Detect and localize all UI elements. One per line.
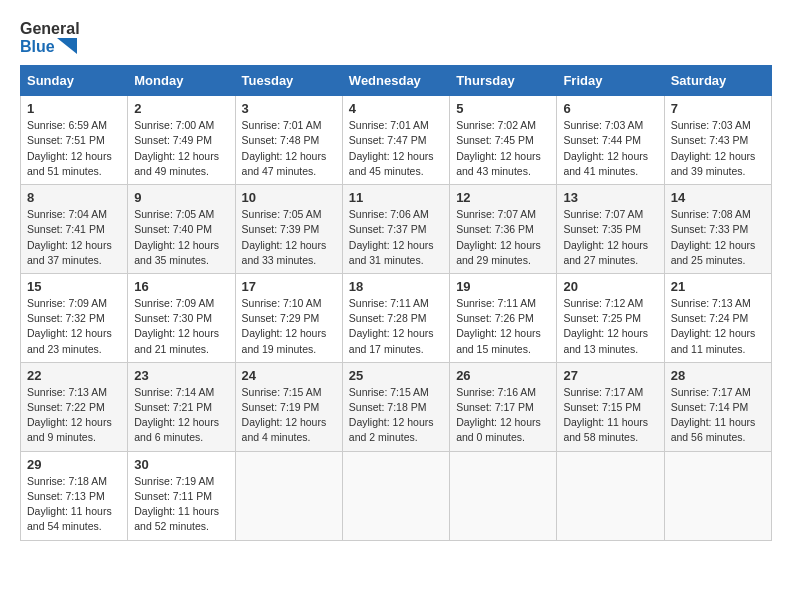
day-info: Sunrise: 7:01 AM Sunset: 7:48 PM Dayligh… bbox=[242, 118, 336, 179]
day-info: Sunrise: 7:12 AM Sunset: 7:25 PM Dayligh… bbox=[563, 296, 657, 357]
day-info: Sunrise: 7:01 AM Sunset: 7:47 PM Dayligh… bbox=[349, 118, 443, 179]
col-header-wednesday: Wednesday bbox=[342, 66, 449, 96]
day-cell: 23Sunrise: 7:14 AM Sunset: 7:21 PM Dayli… bbox=[128, 362, 235, 451]
week-row-2: 8Sunrise: 7:04 AM Sunset: 7:41 PM Daylig… bbox=[21, 185, 772, 274]
day-cell: 2Sunrise: 7:00 AM Sunset: 7:49 PM Daylig… bbox=[128, 96, 235, 185]
day-info: Sunrise: 7:13 AM Sunset: 7:22 PM Dayligh… bbox=[27, 385, 121, 446]
day-cell: 11Sunrise: 7:06 AM Sunset: 7:37 PM Dayli… bbox=[342, 185, 449, 274]
day-number: 15 bbox=[27, 279, 121, 294]
day-info: Sunrise: 7:04 AM Sunset: 7:41 PM Dayligh… bbox=[27, 207, 121, 268]
day-cell: 25Sunrise: 7:15 AM Sunset: 7:18 PM Dayli… bbox=[342, 362, 449, 451]
day-number: 18 bbox=[349, 279, 443, 294]
day-number: 9 bbox=[134, 190, 228, 205]
day-info: Sunrise: 7:17 AM Sunset: 7:14 PM Dayligh… bbox=[671, 385, 765, 446]
col-header-saturday: Saturday bbox=[664, 66, 771, 96]
day-info: Sunrise: 7:11 AM Sunset: 7:28 PM Dayligh… bbox=[349, 296, 443, 357]
day-info: Sunrise: 7:17 AM Sunset: 7:15 PM Dayligh… bbox=[563, 385, 657, 446]
day-cell: 6Sunrise: 7:03 AM Sunset: 7:44 PM Daylig… bbox=[557, 96, 664, 185]
day-cell: 17Sunrise: 7:10 AM Sunset: 7:29 PM Dayli… bbox=[235, 273, 342, 362]
day-number: 27 bbox=[563, 368, 657, 383]
day-number: 16 bbox=[134, 279, 228, 294]
day-number: 24 bbox=[242, 368, 336, 383]
day-info: Sunrise: 7:03 AM Sunset: 7:44 PM Dayligh… bbox=[563, 118, 657, 179]
day-cell: 29Sunrise: 7:18 AM Sunset: 7:13 PM Dayli… bbox=[21, 451, 128, 540]
day-cell: 22Sunrise: 7:13 AM Sunset: 7:22 PM Dayli… bbox=[21, 362, 128, 451]
header-row: SundayMondayTuesdayWednesdayThursdayFrid… bbox=[21, 66, 772, 96]
day-number: 10 bbox=[242, 190, 336, 205]
day-cell bbox=[557, 451, 664, 540]
calendar-table: SundayMondayTuesdayWednesdayThursdayFrid… bbox=[20, 65, 772, 540]
day-number: 3 bbox=[242, 101, 336, 116]
day-number: 8 bbox=[27, 190, 121, 205]
day-number: 22 bbox=[27, 368, 121, 383]
day-info: Sunrise: 7:06 AM Sunset: 7:37 PM Dayligh… bbox=[349, 207, 443, 268]
day-info: Sunrise: 7:02 AM Sunset: 7:45 PM Dayligh… bbox=[456, 118, 550, 179]
day-cell: 13Sunrise: 7:07 AM Sunset: 7:35 PM Dayli… bbox=[557, 185, 664, 274]
week-row-3: 15Sunrise: 7:09 AM Sunset: 7:32 PM Dayli… bbox=[21, 273, 772, 362]
day-cell: 8Sunrise: 7:04 AM Sunset: 7:41 PM Daylig… bbox=[21, 185, 128, 274]
day-number: 21 bbox=[671, 279, 765, 294]
day-cell: 18Sunrise: 7:11 AM Sunset: 7:28 PM Dayli… bbox=[342, 273, 449, 362]
day-number: 20 bbox=[563, 279, 657, 294]
day-cell: 7Sunrise: 7:03 AM Sunset: 7:43 PM Daylig… bbox=[664, 96, 771, 185]
logo-general: General bbox=[20, 20, 80, 38]
day-number: 13 bbox=[563, 190, 657, 205]
day-cell: 30Sunrise: 7:19 AM Sunset: 7:11 PM Dayli… bbox=[128, 451, 235, 540]
week-row-4: 22Sunrise: 7:13 AM Sunset: 7:22 PM Dayli… bbox=[21, 362, 772, 451]
day-info: Sunrise: 7:11 AM Sunset: 7:26 PM Dayligh… bbox=[456, 296, 550, 357]
day-cell: 20Sunrise: 7:12 AM Sunset: 7:25 PM Dayli… bbox=[557, 273, 664, 362]
day-info: Sunrise: 7:05 AM Sunset: 7:39 PM Dayligh… bbox=[242, 207, 336, 268]
day-info: Sunrise: 7:00 AM Sunset: 7:49 PM Dayligh… bbox=[134, 118, 228, 179]
svg-marker-0 bbox=[57, 38, 77, 54]
day-cell: 15Sunrise: 7:09 AM Sunset: 7:32 PM Dayli… bbox=[21, 273, 128, 362]
day-cell: 9Sunrise: 7:05 AM Sunset: 7:40 PM Daylig… bbox=[128, 185, 235, 274]
day-info: Sunrise: 7:08 AM Sunset: 7:33 PM Dayligh… bbox=[671, 207, 765, 268]
day-cell: 10Sunrise: 7:05 AM Sunset: 7:39 PM Dayli… bbox=[235, 185, 342, 274]
day-number: 1 bbox=[27, 101, 121, 116]
day-cell: 1Sunrise: 6:59 AM Sunset: 7:51 PM Daylig… bbox=[21, 96, 128, 185]
day-number: 2 bbox=[134, 101, 228, 116]
day-info: Sunrise: 7:15 AM Sunset: 7:19 PM Dayligh… bbox=[242, 385, 336, 446]
day-info: Sunrise: 7:07 AM Sunset: 7:36 PM Dayligh… bbox=[456, 207, 550, 268]
day-number: 14 bbox=[671, 190, 765, 205]
day-info: Sunrise: 7:10 AM Sunset: 7:29 PM Dayligh… bbox=[242, 296, 336, 357]
day-cell: 27Sunrise: 7:17 AM Sunset: 7:15 PM Dayli… bbox=[557, 362, 664, 451]
day-number: 7 bbox=[671, 101, 765, 116]
day-number: 17 bbox=[242, 279, 336, 294]
day-cell: 4Sunrise: 7:01 AM Sunset: 7:47 PM Daylig… bbox=[342, 96, 449, 185]
day-number: 28 bbox=[671, 368, 765, 383]
col-header-tuesday: Tuesday bbox=[235, 66, 342, 96]
day-cell: 5Sunrise: 7:02 AM Sunset: 7:45 PM Daylig… bbox=[450, 96, 557, 185]
logo-flag-icon bbox=[57, 38, 77, 54]
day-cell bbox=[450, 451, 557, 540]
day-cell: 26Sunrise: 7:16 AM Sunset: 7:17 PM Dayli… bbox=[450, 362, 557, 451]
week-row-5: 29Sunrise: 7:18 AM Sunset: 7:13 PM Dayli… bbox=[21, 451, 772, 540]
day-number: 25 bbox=[349, 368, 443, 383]
day-info: Sunrise: 7:18 AM Sunset: 7:13 PM Dayligh… bbox=[27, 474, 121, 535]
day-cell: 19Sunrise: 7:11 AM Sunset: 7:26 PM Dayli… bbox=[450, 273, 557, 362]
day-cell bbox=[664, 451, 771, 540]
day-cell: 24Sunrise: 7:15 AM Sunset: 7:19 PM Dayli… bbox=[235, 362, 342, 451]
day-info: Sunrise: 7:13 AM Sunset: 7:24 PM Dayligh… bbox=[671, 296, 765, 357]
week-row-1: 1Sunrise: 6:59 AM Sunset: 7:51 PM Daylig… bbox=[21, 96, 772, 185]
day-info: Sunrise: 7:05 AM Sunset: 7:40 PM Dayligh… bbox=[134, 207, 228, 268]
day-cell: 28Sunrise: 7:17 AM Sunset: 7:14 PM Dayli… bbox=[664, 362, 771, 451]
col-header-friday: Friday bbox=[557, 66, 664, 96]
day-number: 30 bbox=[134, 457, 228, 472]
day-cell: 21Sunrise: 7:13 AM Sunset: 7:24 PM Dayli… bbox=[664, 273, 771, 362]
col-header-sunday: Sunday bbox=[21, 66, 128, 96]
day-number: 12 bbox=[456, 190, 550, 205]
day-number: 26 bbox=[456, 368, 550, 383]
day-cell bbox=[235, 451, 342, 540]
day-cell bbox=[342, 451, 449, 540]
day-number: 29 bbox=[27, 457, 121, 472]
day-cell: 12Sunrise: 7:07 AM Sunset: 7:36 PM Dayli… bbox=[450, 185, 557, 274]
day-info: Sunrise: 7:09 AM Sunset: 7:30 PM Dayligh… bbox=[134, 296, 228, 357]
day-info: Sunrise: 6:59 AM Sunset: 7:51 PM Dayligh… bbox=[27, 118, 121, 179]
day-info: Sunrise: 7:16 AM Sunset: 7:17 PM Dayligh… bbox=[456, 385, 550, 446]
col-header-monday: Monday bbox=[128, 66, 235, 96]
day-number: 23 bbox=[134, 368, 228, 383]
day-number: 4 bbox=[349, 101, 443, 116]
day-cell: 14Sunrise: 7:08 AM Sunset: 7:33 PM Dayli… bbox=[664, 185, 771, 274]
day-info: Sunrise: 7:09 AM Sunset: 7:32 PM Dayligh… bbox=[27, 296, 121, 357]
